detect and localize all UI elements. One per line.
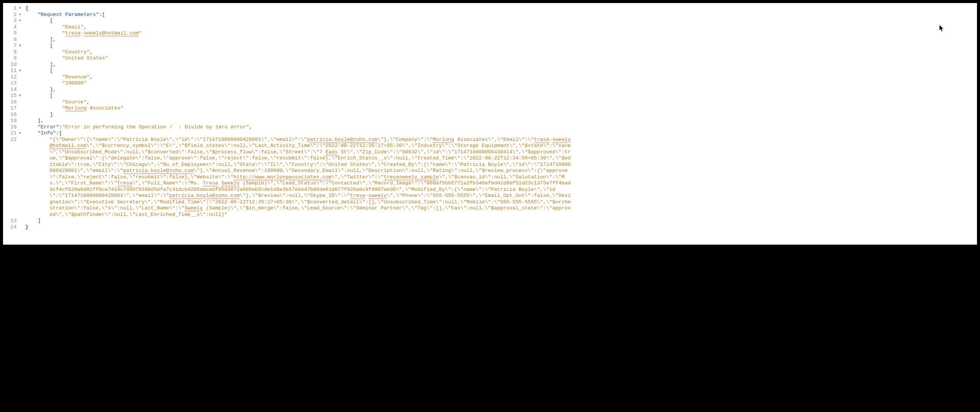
- code-line-15[interactable]: [: [25, 93, 977, 99]
- spellcheck-flag: Eads: [325, 149, 337, 155]
- code-line-1[interactable]: {: [25, 5, 977, 12]
- code-line-21[interactable]: "Info":[: [25, 130, 977, 137]
- code-line-2[interactable]: "Request Parameters":[: [25, 12, 977, 18]
- token: ],: [50, 62, 56, 68]
- code-line-12[interactable]: "Revenue",: [25, 74, 977, 81]
- gutter-line-2: 2▼: [3, 12, 24, 18]
- code-line-6[interactable]: ],: [25, 37, 977, 43]
- code-line-9[interactable]: "United States": [25, 55, 977, 62]
- token: [: [50, 18, 53, 24]
- code-line-13[interactable]: "190000": [25, 80, 977, 87]
- line-number: 13: [4, 80, 17, 87]
- token: ": [139, 30, 142, 37]
- token: \",\"Twitter\":\": [331, 174, 384, 180]
- token: ],: [50, 87, 56, 93]
- line-number: 23: [4, 218, 17, 225]
- gutter-line-20: 20: [3, 124, 24, 131]
- gutter: 1▼2▼3▼4567▼891011▼12131415▼161718192021▼…: [3, 3, 24, 244]
- gutter-line-22: 22: [3, 137, 24, 218]
- code-line-5[interactable]: "tresa-sweely@hotmail.com": [25, 30, 977, 37]
- code-line-4[interactable]: "Email",: [25, 24, 977, 31]
- fold-toggle-icon[interactable]: ▼: [18, 93, 23, 99]
- line-number: 6: [4, 37, 17, 43]
- spellcheck-flag: tresa: [534, 137, 549, 142]
- code-line-11[interactable]: [: [25, 68, 977, 74]
- token: :[: [99, 12, 105, 18]
- line-number: 9: [4, 55, 17, 62]
- json-editor[interactable]: 1▼2▼3▼4567▼891011▼12131415▼161718192021▼…: [3, 3, 977, 244]
- gutter-line-10: 10: [3, 62, 24, 68]
- token: "Info": [37, 130, 56, 137]
- gutter-line-13: 13: [3, 80, 24, 87]
- gutter-line-11: 11▼: [3, 68, 24, 74]
- spellcheck-flag: Tresa: [117, 180, 132, 186]
- line-number: 14: [4, 87, 17, 93]
- token: "{\"Owner\":{\"name\":\"Patricia Boyle\"…: [49, 137, 307, 142]
- token: "Error in performing the Operation / : D…: [62, 124, 249, 131]
- spellcheck-flag: tresasweely_sample: [384, 174, 439, 180]
- code-line-7[interactable]: [: [25, 43, 977, 49]
- gutter-line-16: 16: [3, 99, 24, 105]
- code-line-16[interactable]: "Source",: [25, 99, 977, 105]
- line-number: 12: [4, 74, 17, 81]
- code-line-3[interactable]: [: [25, 18, 977, 24]
- gutter-line-19: 19: [3, 118, 24, 124]
- token: [218, 180, 221, 186]
- token: "Country": [62, 49, 90, 56]
- fold-toggle-icon[interactable]: ▼: [18, 130, 23, 137]
- token: ": [62, 30, 65, 37]
- gutter-line-6: 6: [3, 37, 24, 43]
- line-number: 15: [4, 93, 17, 99]
- gutter-line-7: 7▼: [3, 43, 24, 49]
- line-number: 5: [4, 30, 17, 37]
- token: [: [50, 93, 53, 99]
- code-line-8[interactable]: "Country",: [25, 49, 977, 56]
- token: \"},\"$review\":null,\"Skype_ID\":\": [240, 193, 350, 198]
- token: ,: [90, 74, 93, 81]
- token: ]: [37, 218, 40, 224]
- token: [: [50, 43, 53, 49]
- token: Morlong: [65, 105, 87, 112]
- token: ": [62, 105, 65, 112]
- token: "Error": [37, 124, 59, 131]
- spellcheck-flag: sweely: [369, 193, 387, 198]
- token: sweely@hotmail.com: [84, 30, 139, 37]
- line-number: 20: [4, 124, 17, 131]
- line-number: 7: [4, 43, 17, 49]
- code-line-24[interactable]: }: [25, 224, 977, 231]
- code-line-22[interactable]: "{\"Owner\":{\"name\":\"Patricia Boyle\"…: [25, 137, 580, 218]
- code-line-14[interactable]: ],: [25, 87, 977, 93]
- gutter-line-12: 12: [3, 74, 24, 81]
- code-line-18[interactable]: ]: [25, 112, 977, 118]
- gutter-line-4: 4: [3, 24, 24, 31]
- token: ,: [84, 24, 87, 31]
- code-line-20[interactable]: "Error":"Error in performing the Operati…: [25, 124, 977, 131]
- fold-toggle-icon[interactable]: ▼: [18, 18, 23, 24]
- code-area[interactable]: { "Request Parameters":[ [ "Email", "tre…: [24, 3, 977, 244]
- code-line-23[interactable]: ]: [25, 218, 977, 224]
- gutter-line-23: 23: [3, 218, 24, 225]
- fold-toggle-icon[interactable]: ▼: [18, 12, 23, 18]
- spellcheck-flag: http://www.morlongassociates.com: [234, 174, 331, 180]
- token: ]: [50, 112, 53, 118]
- fold-toggle-icon[interactable]: ▼: [18, 43, 23, 49]
- spellcheck-flag: Morlong: [433, 137, 455, 142]
- line-number: 10: [4, 62, 17, 68]
- code-line-17[interactable]: "Morlong Associates": [25, 105, 977, 112]
- token: "Email": [62, 24, 84, 31]
- token: :: [59, 124, 62, 131]
- token: ,: [249, 124, 252, 131]
- fold-toggle-icon[interactable]: ▼: [18, 68, 23, 74]
- line-number: 1: [4, 5, 17, 12]
- gutter-line-9: 9: [3, 55, 24, 62]
- line-number: 3: [4, 18, 17, 24]
- token: {: [25, 5, 29, 12]
- token: "United States": [62, 55, 108, 62]
- spellcheck-flag: patricia.boyle@zoho.com: [169, 193, 240, 198]
- token: -: [81, 30, 84, 37]
- fold-toggle-icon[interactable]: ▼: [18, 5, 23, 12]
- gutter-line-8: 8: [3, 49, 24, 56]
- code-line-10[interactable]: ],: [25, 62, 977, 68]
- line-number: 21: [4, 130, 17, 137]
- code-line-19[interactable]: ],: [25, 118, 977, 124]
